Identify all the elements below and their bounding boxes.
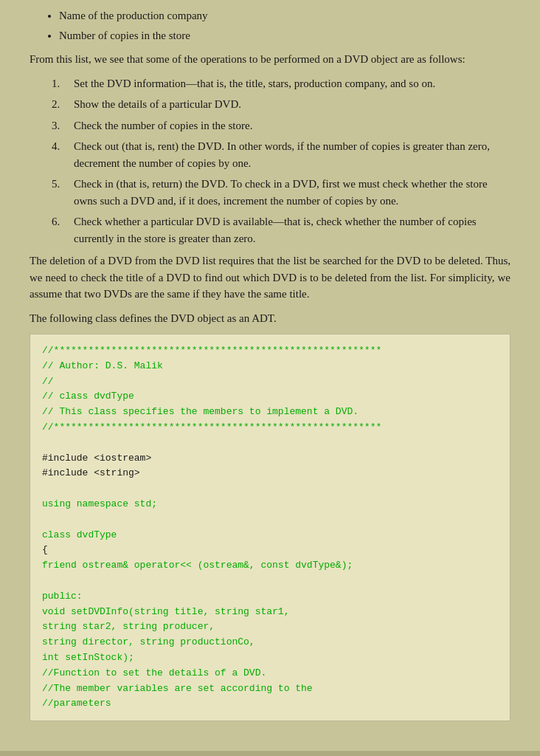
deletion-paragraph: The deletion of a DVD from the DVD list … bbox=[30, 252, 510, 303]
operations-list: Set the DVD information—that is, the tit… bbox=[52, 75, 510, 247]
code-line-5: // This class specifies the members to i… bbox=[42, 405, 498, 420]
bullet-item-2: Number of copies in the store bbox=[59, 27, 510, 44]
numbered-item-5: Check in (that is, return) the DVD. To c… bbox=[52, 176, 510, 209]
code-line-blank-4 bbox=[42, 574, 498, 589]
code-line-6: //**************************************… bbox=[42, 420, 498, 436]
numbered-item-4: Check out (that is, rent) the DVD. In ot… bbox=[52, 138, 510, 171]
bullet-item-1: Name of the production company bbox=[59, 7, 510, 24]
code-line-18: //Function to set the details of a DVD. bbox=[42, 666, 498, 681]
numbered-item-1: Set the DVD information—that is, the tit… bbox=[52, 75, 510, 92]
numbered-item-6: Check whether a particular DVD is availa… bbox=[52, 213, 510, 247]
code-line-2: // Author: D.S. Malik bbox=[42, 359, 498, 374]
code-line-8: #include <string> bbox=[42, 466, 498, 481]
code-line-7: #include <iostream> bbox=[42, 451, 498, 467]
code-line-19: //The member variables are set according… bbox=[42, 681, 498, 697]
code-line-3: // bbox=[42, 374, 498, 390]
following-paragraph: The following class defines the DVD obje… bbox=[30, 310, 510, 327]
code-line-13: public: bbox=[42, 589, 498, 605]
code-line-9: using namespace std; bbox=[42, 497, 498, 512]
numbered-item-2: Show the details of a particular DVD. bbox=[52, 96, 510, 113]
code-line-1: //**************************************… bbox=[42, 343, 498, 359]
copyright-bar: Copyright 2018 Cengage Learning. All Rig… bbox=[0, 751, 540, 756]
code-line-blank-2 bbox=[42, 481, 498, 497]
code-line-10: class dvdType bbox=[42, 528, 498, 543]
page-content: Name of the production company Number of… bbox=[0, 0, 540, 751]
intro-paragraph: From this list, we see that some of the … bbox=[30, 51, 510, 68]
code-line-14: void setDVDInfo(string title, string sta… bbox=[42, 605, 498, 620]
code-line-blank-3 bbox=[42, 512, 498, 528]
code-line-12: friend ostream& operator<< (ostream&, co… bbox=[42, 558, 498, 574]
code-line-17: int setInStock); bbox=[42, 650, 498, 666]
bullet-list: Name of the production company Number of… bbox=[59, 7, 510, 44]
code-line-4: // class dvdType bbox=[42, 389, 498, 405]
numbered-item-3: Check the number of copies in the store. bbox=[52, 117, 510, 134]
code-line-16: string director, string productionCo, bbox=[42, 635, 498, 650]
code-line-20: //parameters bbox=[42, 696, 498, 712]
code-block: //**************************************… bbox=[30, 334, 510, 721]
code-line-15: string star2, string producer, bbox=[42, 619, 498, 635]
code-line-11: { bbox=[42, 543, 498, 558]
code-line-blank-1 bbox=[42, 436, 498, 451]
